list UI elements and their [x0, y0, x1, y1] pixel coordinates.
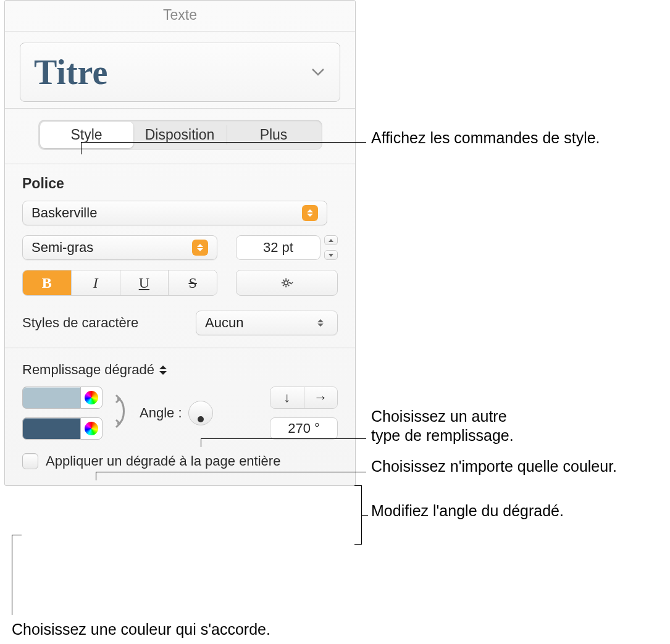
- callout-fill-type-1: Choisissez un autre: [371, 407, 507, 425]
- svg-line-6: [288, 285, 289, 286]
- bold-button[interactable]: B: [23, 270, 72, 295]
- svg-line-8: [283, 285, 284, 286]
- stepper-down[interactable]: [324, 250, 338, 260]
- callout-lead: [81, 142, 82, 154]
- fill-type-label: Remplissage dégradé: [22, 362, 154, 378]
- callout-style-controls: Affichez les commandes de style.: [371, 128, 600, 147]
- callout-lead: [96, 472, 366, 472]
- font-weight-value: Semi-gras: [31, 240, 192, 256]
- callout-change-angle: Modifiez l'angle du dégradé.: [371, 501, 564, 520]
- angle-label: Angle :: [140, 405, 182, 421]
- underline-button[interactable]: U: [120, 270, 169, 295]
- pane-title: Texte: [5, 1, 355, 31]
- callout-lead: [201, 438, 201, 447]
- callout-lead: [12, 535, 12, 615]
- font-size-field[interactable]: 32 pt: [236, 235, 320, 260]
- gradient-color-2: [22, 417, 103, 440]
- angle-wheel[interactable]: [188, 401, 213, 425]
- fill-type-popup[interactable]: [159, 366, 167, 375]
- character-style-value: Aucun: [205, 315, 312, 331]
- callout-lead: [96, 472, 96, 480]
- text-inspector-panel: Texte Titre Style Disposition Plus Polic…: [4, 0, 356, 486]
- color-wheel-icon: [85, 422, 98, 435]
- angle-value-field[interactable]: 270 °: [270, 417, 338, 440]
- apply-whole-page-checkbox[interactable]: [22, 453, 38, 469]
- gear-icon: [280, 276, 294, 290]
- callout-any-color: Choisissez n'importe quelle couleur.: [371, 457, 617, 475]
- tab-disposition[interactable]: Disposition: [133, 122, 227, 148]
- color-picker-1[interactable]: [80, 387, 103, 409]
- apply-whole-page-label: Appliquer un dégradé à la page entière: [46, 453, 280, 469]
- stepper-up[interactable]: [324, 235, 338, 245]
- font-weight-popup[interactable]: Semi-gras: [22, 235, 217, 260]
- character-style-label: Styles de caractère: [22, 315, 187, 331]
- gradient-color-1: [22, 387, 103, 409]
- swap-colors-button[interactable]: [112, 393, 130, 433]
- italic-button[interactable]: I: [72, 270, 120, 295]
- callout-bracket: [354, 485, 362, 545]
- strike-button[interactable]: S: [169, 270, 217, 295]
- svg-line-5: [283, 280, 284, 281]
- callout-lead: [362, 515, 368, 516]
- color-swatch-1[interactable]: [22, 387, 80, 409]
- popup-arrows-icon: [312, 315, 329, 331]
- character-style-popup[interactable]: Aucun: [196, 311, 338, 335]
- callout-lead: [12, 535, 22, 535]
- font-family-value: Baskerville: [31, 205, 302, 221]
- popup-arrows-icon: [192, 240, 208, 256]
- advanced-options-button[interactable]: [236, 270, 338, 296]
- angle-dot-icon: [198, 416, 204, 422]
- callout-match-color: Choisissez une couleur qui s'accorde.: [12, 620, 270, 638]
- tab-style[interactable]: Style: [40, 122, 133, 148]
- gradient-direction-group: ↓ →: [270, 387, 338, 409]
- callout-lead: [201, 438, 366, 439]
- chevron-down-icon: [311, 68, 325, 77]
- font-size-stepper: [324, 235, 338, 260]
- callout-lead: [81, 142, 366, 143]
- text-style-group: B I U S: [22, 270, 217, 296]
- svg-point-0: [283, 281, 287, 285]
- color-wheel-icon: [85, 391, 98, 404]
- svg-line-7: [288, 280, 289, 281]
- paragraph-style-popup[interactable]: Titre: [20, 43, 340, 102]
- direction-down-button[interactable]: ↓: [270, 387, 304, 408]
- font-family-popup[interactable]: Baskerville: [22, 201, 327, 225]
- tab-plus[interactable]: Plus: [227, 122, 320, 148]
- paragraph-style-label: Titre: [34, 52, 107, 92]
- direction-right-button[interactable]: →: [304, 387, 338, 408]
- police-heading: Police: [22, 175, 338, 192]
- color-picker-2[interactable]: [80, 417, 103, 440]
- popup-arrows-icon: [302, 205, 318, 221]
- color-swatch-2[interactable]: [22, 417, 80, 440]
- callout-fill-type-2: type de remplissage.: [371, 426, 514, 445]
